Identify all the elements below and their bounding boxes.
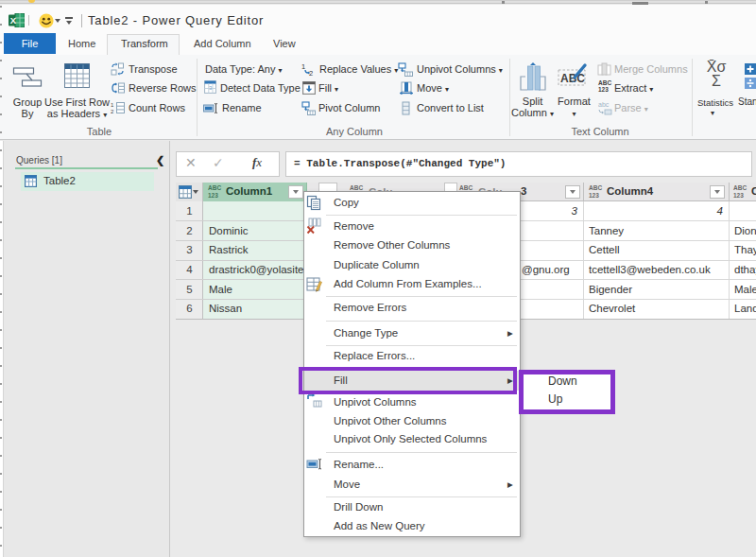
svg-text:2: 2 xyxy=(111,109,114,114)
svg-text:abc: abc xyxy=(598,101,610,108)
svg-text:ABC: ABC xyxy=(560,72,585,85)
svg-text:X: X xyxy=(10,15,17,26)
svg-text:1: 1 xyxy=(111,102,114,108)
svg-text:1: 1 xyxy=(301,62,305,71)
